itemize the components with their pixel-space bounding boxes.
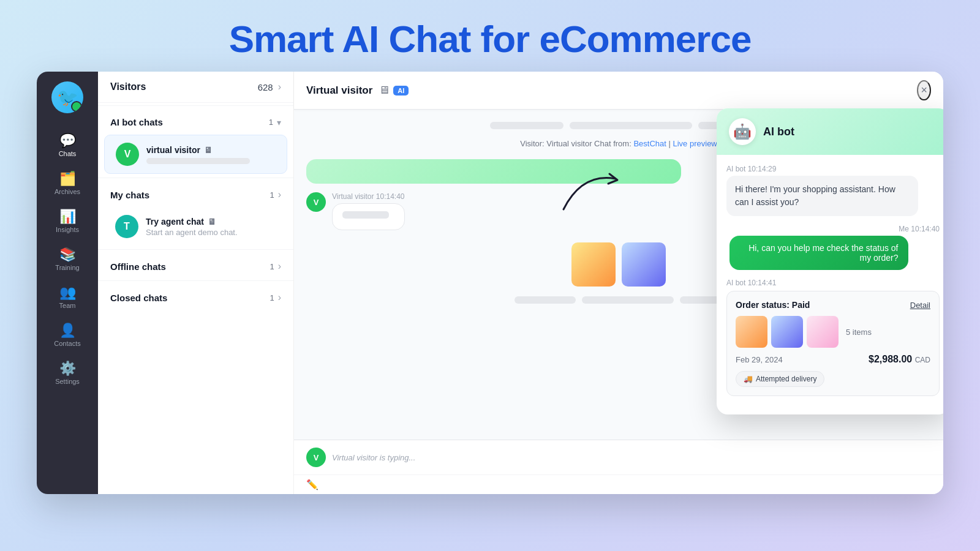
closed-chats-header[interactable]: Closed chats 1 › <box>98 283 293 309</box>
bot-msg-row-2: AI bot 10:14:41 Order status: Paid Detai… <box>726 279 940 396</box>
truck-icon: 🚚 <box>744 375 753 383</box>
monitor-icon: 🖥 <box>204 145 213 155</box>
sidebar-item-contacts[interactable]: 👤 Contacts <box>37 318 98 353</box>
sidebar: 🐦 💬 Chats 🗂️ Archives 📊 Insights 📚 Train… <box>37 72 98 494</box>
chat-item-try-agent[interactable]: T Try agent chat 🖥 Start an agent demo c… <box>104 208 287 246</box>
my-chats-count: 1 <box>270 190 274 200</box>
ai-badge: AI <box>393 86 409 96</box>
monitor-icon-agent: 🖥 <box>208 217 216 227</box>
avatar-bird-icon: 🐦 <box>57 88 78 108</box>
sidebar-item-training[interactable]: 📚 Training <box>37 242 98 277</box>
edit-icon[interactable]: ✏️ <box>306 479 318 490</box>
ai-bot-chats-section: AI bot chats 1 ▾ V virtual visitor 🖥 <box>98 108 293 175</box>
ai-bot-body: AI bot 10:14:29 Hi there! I'm your shopp… <box>717 155 943 414</box>
closed-chats-title: Closed chats <box>110 293 167 303</box>
edit-bar: ✏️ <box>294 474 943 494</box>
sidebar-label-settings: Settings <box>55 378 80 385</box>
sidebar-item-insights[interactable]: 📊 Insights <box>37 204 98 239</box>
user-msg-meta: Me 10:14:40 <box>729 225 940 233</box>
user-msg-bubble: Hi, can you help me check the status of … <box>729 236 908 270</box>
divider-4 <box>98 280 293 281</box>
chat-info-virtual-visitor: virtual visitor 🖥 <box>146 145 276 164</box>
divider-2 <box>98 178 293 178</box>
order-img-2 <box>771 316 803 348</box>
typing-bar: V Virtual visitor is typing... <box>294 440 943 474</box>
divider-3 <box>98 249 293 250</box>
typing-text: Virtual visitor is typing... <box>332 453 415 462</box>
ui-container: 🐦 💬 Chats 🗂️ Archives 📊 Insights 📚 Train… <box>37 72 943 494</box>
order-price-group: $2,988.00 CAD <box>869 354 930 365</box>
bubble-meta-visitor: Virtual visitor 10:14:40 <box>332 192 405 201</box>
contacts-icon: 👤 <box>59 324 76 337</box>
closed-chats-count: 1 <box>270 293 274 302</box>
sidebar-label-team: Team <box>59 302 76 309</box>
chat-header-left: Virtual visitor 🖥 AI <box>306 84 409 97</box>
skeleton-bar-b2 <box>582 296 674 304</box>
order-date: Feb 29, 2024 <box>736 355 783 364</box>
chat-header-title: Virtual visitor <box>306 84 372 97</box>
training-icon: 📚 <box>59 248 76 261</box>
bubble-content-bot-greeting <box>306 159 681 184</box>
avatar: 🐦 <box>51 81 83 113</box>
user-msg-content: Me 10:14:40 Hi, can you help me check th… <box>729 225 940 270</box>
visitors-title: Visitors <box>110 81 146 92</box>
items-count: 5 items <box>846 328 872 337</box>
product-image-2 <box>622 242 666 287</box>
sidebar-label-contacts: Contacts <box>54 340 80 347</box>
chat-subtitle-try-agent: Start an agent demo chat. <box>146 228 276 237</box>
skeleton-visitor-1 <box>342 211 389 219</box>
sidebar-nav: 💬 Chats 🗂️ Archives 📊 Insights 📚 Trainin… <box>37 128 98 391</box>
bestchat-link[interactable]: BestChat <box>633 139 666 148</box>
bot-msg-meta-2: AI bot 10:14:41 <box>726 279 940 287</box>
delivery-badge: 🚚 Attempted delivery <box>736 371 824 387</box>
sidebar-label-training: Training <box>55 264 79 271</box>
visitors-count: 628 <box>258 82 273 92</box>
chat-name-try-agent: Try agent chat 🖥 <box>146 217 276 227</box>
chats-icon: 💬 <box>59 134 76 148</box>
visitors-row[interactable]: Visitors 628 › <box>98 72 293 103</box>
my-chats-title: My chats <box>110 190 149 200</box>
chat-name-virtual-visitor: virtual visitor 🖥 <box>146 145 276 155</box>
live-preview-link[interactable]: Live preview <box>673 139 717 148</box>
sidebar-item-chats[interactable]: 💬 Chats <box>37 128 98 163</box>
order-img-1 <box>736 316 767 348</box>
my-chats-arrow-icon: › <box>278 189 281 200</box>
sidebar-item-settings[interactable]: ⚙️ Settings <box>37 356 98 391</box>
ai-bot-chats-chevron-icon: ▾ <box>277 118 281 127</box>
chat-info-try-agent: Try agent chat 🖥 Start an agent demo cha… <box>146 217 276 237</box>
bot-msg-row-1: AI bot 10:14:29 Hi there! I'm your shopp… <box>726 165 940 216</box>
my-chats-header[interactable]: My chats 1 › <box>98 181 293 206</box>
chat-skeleton-bar <box>146 158 250 164</box>
order-status-row: Order status: Paid Detail <box>736 300 930 310</box>
sidebar-item-archives[interactable]: 🗂️ Archives <box>37 166 98 201</box>
typing-avatar: V <box>306 448 326 467</box>
chat-item-virtual-visitor[interactable]: V virtual visitor 🖥 <box>104 135 287 174</box>
offline-chats-title: Offline chats <box>110 261 166 272</box>
order-detail-link[interactable]: Detail <box>910 301 930 310</box>
sidebar-item-team[interactable]: 👥 Team <box>37 280 98 315</box>
sidebar-label-chats: Chats <box>59 150 77 157</box>
bubble-content-visitor: Virtual visitor 10:14:40 <box>332 192 405 230</box>
chat-header: Virtual visitor 🖥 AI × <box>294 72 943 110</box>
chat-list-panel: Visitors 628 › AI bot chats 1 ▾ V virtua… <box>98 72 294 494</box>
chat-monitor-icon: 🖥 <box>379 84 390 97</box>
skeleton-bar-1 <box>490 122 564 129</box>
insights-icon: 📊 <box>59 210 76 223</box>
order-currency: CAD <box>915 356 930 364</box>
settings-icon: ⚙️ <box>59 362 76 375</box>
main-chat-area: Virtual visitor 🖥 AI × Visitor: Virtual … <box>294 72 943 494</box>
avatar-try-agent: T <box>115 215 138 238</box>
order-status-text: Order status: Paid <box>736 300 810 310</box>
visitors-arrow-icon: › <box>278 81 281 92</box>
delivery-status-text: Attempted delivery <box>756 375 816 383</box>
user-msg-row: Me 10:14:40 Hi, can you help me check th… <box>726 225 940 270</box>
bubble-bot-greeting <box>306 159 681 184</box>
close-chat-button[interactable]: × <box>917 80 931 100</box>
order-card: Order status: Paid Detail 5 items Feb 29… <box>726 291 940 396</box>
bot-msg-meta-1: AI bot 10:14:29 <box>726 165 940 173</box>
ai-bot-chats-count: 1 <box>269 118 273 127</box>
ai-bot-chats-header[interactable]: AI bot chats 1 ▾ <box>98 108 293 133</box>
offline-chats-header[interactable]: Offline chats 1 › <box>98 252 293 278</box>
order-img-3 <box>807 316 839 348</box>
closed-chats-arrow-icon: › <box>278 292 281 303</box>
